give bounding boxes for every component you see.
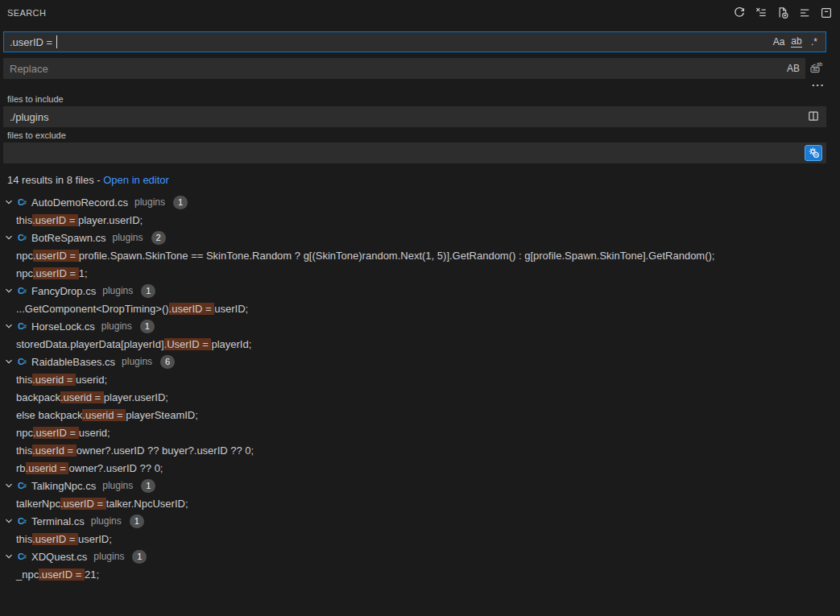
match-row[interactable]: this.userId = owner?.userID ?? buyer?.us… bbox=[0, 441, 840, 459]
match-highlight: .userId = bbox=[32, 444, 77, 457]
match-post: 1; bbox=[79, 267, 88, 279]
file-name: AutoDemoRecord.cs bbox=[31, 196, 128, 209]
csharp-file-icon: C# bbox=[15, 355, 29, 368]
files-to-include-label: files to include bbox=[7, 94, 826, 104]
svg-text:ac: ac bbox=[813, 66, 819, 72]
match-row[interactable]: npc.userID = 1; bbox=[0, 264, 840, 282]
view-as-editor-button[interactable] bbox=[817, 4, 835, 22]
file-result-row[interactable]: C# FancyDrop.cs plugins 1 bbox=[0, 282, 840, 300]
search-panel: SEARCH .userID = Aa ab bbox=[0, 0, 840, 616]
collapse-all-icon bbox=[798, 6, 811, 19]
match-case-toggle[interactable]: Aa bbox=[771, 34, 787, 50]
chevron-down-icon[interactable] bbox=[2, 231, 15, 244]
files-to-exclude-input[interactable] bbox=[3, 143, 826, 163]
chevron-down-icon[interactable] bbox=[2, 355, 15, 368]
chevron-down-icon[interactable] bbox=[2, 196, 15, 209]
match-post: userid; bbox=[79, 427, 110, 439]
csharp-file-icon: C# bbox=[15, 231, 29, 244]
search-open-editors-toggle[interactable] bbox=[805, 109, 822, 125]
refresh-icon bbox=[733, 6, 746, 19]
replace-input[interactable]: Replace AB bbox=[3, 58, 805, 79]
file-folder: plugins bbox=[122, 356, 152, 367]
chevron-down-icon[interactable] bbox=[2, 479, 15, 492]
match-pre: talkerNpc bbox=[16, 498, 60, 510]
match-pre: rb bbox=[16, 462, 26, 474]
chevron-down-icon[interactable] bbox=[2, 550, 15, 563]
search-titlebar: SEARCH bbox=[0, 0, 840, 26]
collapse-all-button[interactable] bbox=[796, 4, 813, 22]
match-row[interactable]: else backpack.userid = playerSteamID; bbox=[0, 406, 840, 424]
csharp-file-icon: C# bbox=[15, 479, 29, 492]
match-count-badge: 1 bbox=[141, 479, 155, 493]
match-row[interactable]: ...GetComponent<DropTiming>().userID = u… bbox=[0, 300, 840, 317]
match-highlight: .userID = bbox=[60, 498, 106, 510]
match-row[interactable]: this.userID = player.userID; bbox=[0, 211, 840, 229]
new-search-editor-icon bbox=[776, 6, 789, 19]
match-pre: backpack bbox=[16, 391, 60, 403]
match-row[interactable]: _npc.userID = 21; bbox=[0, 565, 840, 583]
file-result-row[interactable]: C# RaidableBases.cs plugins 6 bbox=[0, 353, 840, 370]
files-to-include-input[interactable]: ./plugins bbox=[3, 106, 826, 127]
file-result-row[interactable]: C# HorseLock.cs plugins 1 bbox=[0, 317, 840, 335]
file-result-row[interactable]: C# TalkingNpc.cs plugins 1 bbox=[0, 477, 840, 494]
open-new-search-editor-button[interactable] bbox=[774, 4, 792, 22]
match-pre: this bbox=[16, 214, 32, 226]
search-input[interactable]: .userID = Aa ab .* bbox=[3, 31, 826, 52]
editor-layout-icon bbox=[820, 6, 833, 19]
match-row[interactable]: this.userID = userID; bbox=[0, 530, 840, 548]
match-post: owner?.userID ?? 0; bbox=[68, 462, 163, 474]
file-result-row[interactable]: C# BotReSpawn.cs plugins 2 bbox=[0, 229, 840, 246]
use-exclude-settings-toggle[interactable] bbox=[805, 145, 822, 161]
match-row[interactable]: npc.userID = userid; bbox=[0, 424, 840, 441]
match-highlight: .userID = bbox=[33, 250, 79, 262]
match-pre: this bbox=[16, 444, 32, 457]
match-post: player.userID; bbox=[78, 214, 143, 226]
file-folder: plugins bbox=[102, 285, 133, 296]
file-result-row[interactable]: C# XDQuest.cs plugins 1 bbox=[0, 548, 840, 565]
csharp-file-icon: C# bbox=[15, 515, 29, 527]
match-row[interactable]: this.userid = userid; bbox=[0, 370, 840, 388]
match-row[interactable]: npc.userID = profile.Spawn.SkinTone == S… bbox=[0, 246, 840, 264]
file-result-row[interactable]: C# Terminal.cs plugins 1 bbox=[0, 512, 840, 530]
match-highlight: .userID = bbox=[39, 568, 85, 581]
preserve-case-toggle[interactable]: AB bbox=[785, 60, 801, 76]
file-folder: plugins bbox=[91, 515, 122, 527]
match-row[interactable]: storedData.playerData[playerId].UserID =… bbox=[0, 335, 840, 353]
open-in-editor-link[interactable]: Open in editor bbox=[103, 174, 169, 186]
match-highlight: .userid = bbox=[60, 391, 104, 403]
chevron-down-icon[interactable] bbox=[2, 515, 15, 527]
refresh-button[interactable] bbox=[730, 4, 748, 22]
csharp-file-icon: C# bbox=[15, 196, 29, 209]
regex-toggle[interactable]: .* bbox=[806, 34, 822, 50]
toggle-search-details-button[interactable]: ··· bbox=[807, 80, 830, 91]
match-pre: _npc bbox=[16, 568, 39, 581]
file-folder: plugins bbox=[102, 480, 133, 491]
match-row[interactable]: talkerNpc.userID = talker.NpcUserID; bbox=[0, 494, 840, 512]
file-name: Terminal.cs bbox=[31, 515, 85, 527]
chevron-down-icon[interactable] bbox=[2, 320, 15, 333]
summary-separator: - bbox=[94, 174, 104, 186]
match-row[interactable]: rb.userid = owner?.userID ?? 0; bbox=[0, 459, 840, 477]
open-book-icon bbox=[807, 110, 820, 125]
panel-title: SEARCH bbox=[7, 8, 46, 18]
clear-search-results-button[interactable] bbox=[752, 4, 770, 22]
match-pre: else backpack bbox=[16, 409, 82, 421]
files-to-exclude-label: files to exclude bbox=[7, 130, 826, 140]
whole-word-toggle[interactable]: ab bbox=[788, 34, 805, 50]
match-post: talker.NpcUserID; bbox=[106, 498, 188, 510]
search-query-text: .userID = bbox=[10, 36, 56, 48]
file-name: TalkingNpc.cs bbox=[31, 480, 96, 492]
match-count-badge: 1 bbox=[130, 515, 144, 528]
file-result-row[interactable]: C# AutoDemoRecord.cs plugins 1 bbox=[0, 193, 840, 211]
match-pre: npc bbox=[16, 427, 33, 439]
match-row[interactable]: backpack.userid = player.userID; bbox=[0, 388, 840, 406]
csharp-file-icon: C# bbox=[15, 320, 29, 333]
match-highlight: .userid = bbox=[82, 409, 126, 421]
match-post: 21; bbox=[85, 568, 99, 581]
file-name: RaidableBases.cs bbox=[31, 356, 115, 368]
chevron-down-icon[interactable] bbox=[2, 284, 15, 297]
match-post: userid; bbox=[76, 374, 107, 386]
match-highlight: .userID = bbox=[32, 214, 78, 226]
replace-all-button[interactable]: abac bbox=[807, 58, 826, 79]
match-count-badge: 1 bbox=[132, 550, 147, 564]
